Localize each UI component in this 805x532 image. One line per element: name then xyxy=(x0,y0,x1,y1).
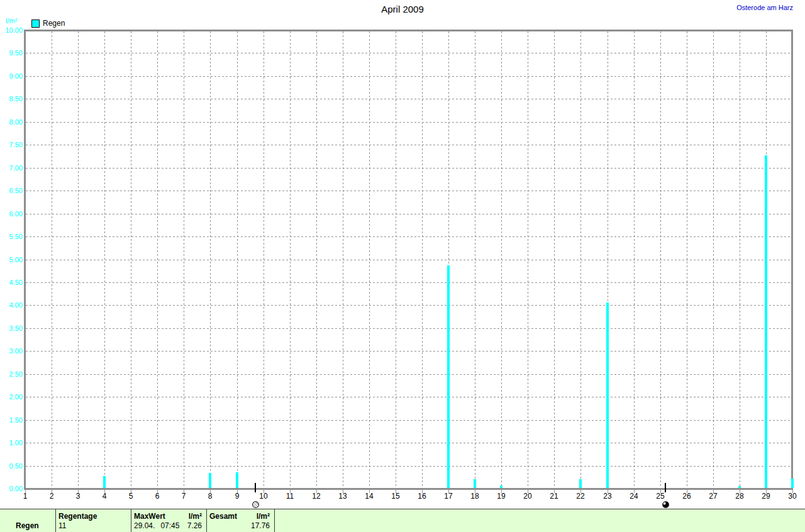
y-tick-label: 9.00 xyxy=(0,72,23,80)
x-grid-line xyxy=(422,31,423,488)
y-tick-label: 10.00 xyxy=(0,26,23,34)
y-tick-label: 7.00 xyxy=(0,164,23,172)
new-moon-icon xyxy=(662,501,669,508)
maxwert-unit: l/m² xyxy=(189,512,202,521)
y-grid-line xyxy=(26,466,791,467)
summary-cell-regentage: Regentage 11 xyxy=(55,509,131,532)
x-day-label: 22 xyxy=(570,492,591,501)
y-grid-line xyxy=(26,145,791,145)
x-grid-line xyxy=(554,31,555,488)
x-day-label: 2 xyxy=(42,492,62,501)
y-tick-label: 6.00 xyxy=(0,210,23,218)
x-grid-line xyxy=(104,31,105,488)
x-grid-line xyxy=(264,31,264,488)
y-grid-line xyxy=(26,374,791,375)
x-day-label: 18 xyxy=(465,492,485,501)
rain-bar xyxy=(738,486,741,488)
x-day-label: 20 xyxy=(518,492,538,501)
y-tick-label: 0.50 xyxy=(0,462,23,470)
rain-swatch-icon xyxy=(31,19,40,28)
y-tick-label: 8.50 xyxy=(0,95,23,103)
maxwert-date: 29.04. xyxy=(134,521,155,530)
x-day-label: 16 xyxy=(412,492,432,501)
y-grid-line xyxy=(26,76,791,77)
x-day-label: 5 xyxy=(121,492,141,501)
full-moon-icon xyxy=(252,501,259,508)
x-grid-line xyxy=(316,31,317,488)
x-grid-line xyxy=(343,31,343,488)
y-grid-line xyxy=(26,191,791,191)
x-day-label: 21 xyxy=(544,492,564,501)
y-tick-label: 1.50 xyxy=(0,416,23,424)
y-grid-line xyxy=(26,443,791,443)
y-grid-line xyxy=(26,260,791,260)
y-tick-label: 8.00 xyxy=(0,118,23,126)
rain-bar xyxy=(209,473,211,488)
x-day-label: 1 xyxy=(15,492,35,501)
x-grid-line xyxy=(157,31,158,488)
station-name: Osterode am Harz xyxy=(736,4,793,11)
x-grid-line xyxy=(52,31,52,488)
x-day-label: 15 xyxy=(386,492,406,501)
rain-bar xyxy=(500,485,502,488)
y-grid-line xyxy=(26,122,791,123)
rain-bar xyxy=(606,302,609,488)
x-day-label: 12 xyxy=(306,492,326,501)
x-day-label: 17 xyxy=(438,492,458,501)
table-divider xyxy=(274,509,275,532)
y-tick-label: 9.50 xyxy=(0,49,23,57)
y-tick-label: 4.50 xyxy=(0,279,23,286)
rain-bar xyxy=(103,476,106,488)
x-grid-line xyxy=(237,31,238,488)
y-grid-line xyxy=(26,351,791,352)
x-grid-line xyxy=(290,31,291,488)
x-grid-line xyxy=(78,31,79,488)
x-day-label: 23 xyxy=(597,492,618,501)
moon-phase-tick xyxy=(255,483,256,492)
y-grid-line xyxy=(26,53,791,53)
regentage-value: 11 xyxy=(58,521,66,530)
x-day-label: 9 xyxy=(227,492,247,501)
x-grid-line xyxy=(740,31,740,488)
x-day-label: 24 xyxy=(624,492,644,501)
y-tick-label: 1.00 xyxy=(0,439,23,446)
x-day-label: 28 xyxy=(730,492,750,501)
x-day-label: 11 xyxy=(280,492,300,501)
x-day-label: 4 xyxy=(94,492,114,501)
y-tick-label: 6.50 xyxy=(0,187,23,194)
x-day-label: 6 xyxy=(147,492,167,501)
x-day-label: 29 xyxy=(756,492,776,501)
x-grid-line xyxy=(580,31,581,488)
gesamt-unit: l/m² xyxy=(257,512,270,521)
x-day-label: 8 xyxy=(200,492,220,501)
rain-bar xyxy=(447,265,450,488)
y-grid-line xyxy=(26,397,791,397)
rain-bar xyxy=(236,472,238,488)
x-grid-line xyxy=(660,31,661,488)
chart-title: April 2009 xyxy=(0,4,805,14)
y-grid-line xyxy=(26,328,791,329)
y-tick-label: 5.50 xyxy=(0,233,23,240)
x-day-label: 30 xyxy=(782,492,802,501)
weather-chart-page: April 2009 Osterode am Harz l/m² Regen 1… xyxy=(0,0,805,532)
x-day-label: 26 xyxy=(677,492,697,501)
x-grid-line xyxy=(184,31,184,488)
x-grid-line xyxy=(528,31,528,488)
x-day-label: 3 xyxy=(68,492,88,501)
y-tick-label: 2.50 xyxy=(0,370,23,378)
x-grid-line xyxy=(501,31,502,488)
rain-bar xyxy=(579,479,582,488)
x-day-label: 27 xyxy=(703,492,723,501)
summary-table: Regen Regentage 11 MaxWert l/m² 29.04. 0… xyxy=(0,509,805,532)
x-grid-line xyxy=(713,31,714,488)
moon-phase-tick xyxy=(665,483,666,492)
x-day-label: 14 xyxy=(359,492,379,501)
y-grid-line xyxy=(26,305,791,306)
y-axis-unit-label: l/m² xyxy=(6,17,17,25)
y-grid-line xyxy=(26,168,791,169)
y-grid-line xyxy=(26,236,791,237)
maxwert-value: 7.26 xyxy=(187,521,202,530)
gesamt-value: 17.76 xyxy=(251,521,270,530)
rain-bar xyxy=(765,155,767,488)
gesamt-header: Gesamt xyxy=(209,512,237,521)
